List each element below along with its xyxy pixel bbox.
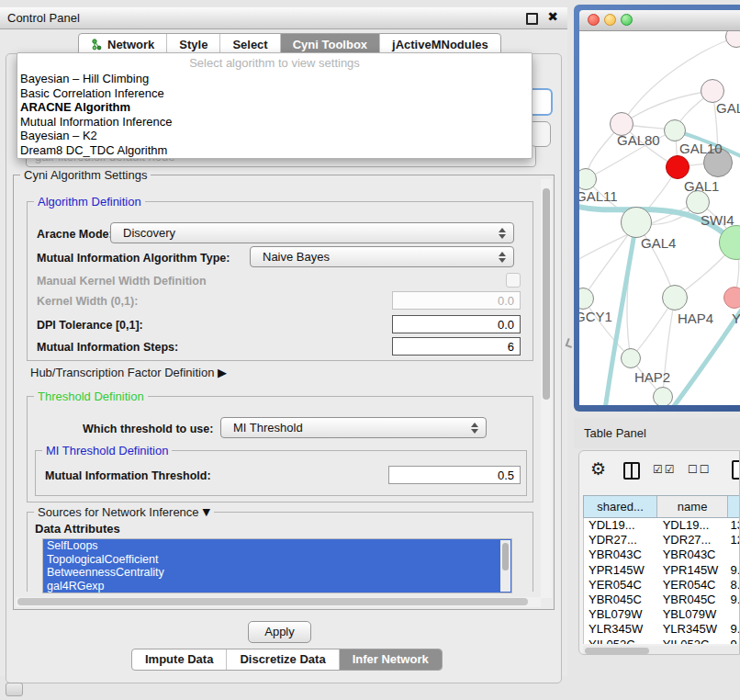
settings-vertical-scrollbar[interactable] (541, 179, 552, 598)
node-salmon-y[interactable] (723, 287, 740, 309)
cell-value: 9. (729, 593, 740, 607)
collapse-down-icon[interactable]: ▼ (203, 506, 210, 518)
network-canvas[interactable]: GAL80 GAL10 GAL1 GAL11 SWI4 GAL4 GCY1 HA… (579, 31, 740, 405)
threshold-definition-title: Threshold Definition (34, 390, 148, 403)
table-panel-header: Table Panel (574, 418, 740, 448)
close-icon[interactable]: ✖ (547, 9, 558, 24)
document-icon-partial[interactable] (732, 460, 740, 480)
settings-horizontal-scrollbar[interactable] (16, 597, 541, 607)
algorithm-definition-group: Algorithm Definition Aracne Mode: Discov… (27, 201, 533, 361)
hub-transcription-section-toggle[interactable]: Hub/Transcription Factor Definition ▶ (30, 366, 227, 379)
tab-impute-data[interactable]: Impute Data (132, 649, 226, 670)
tab-discretize-data[interactable]: Discretize Data (226, 649, 338, 670)
network-window-titlebar[interactable] (579, 10, 740, 31)
mi-threshold-field[interactable]: 0.5 (388, 466, 521, 484)
dpi-tolerance-field[interactable]: 0.0 (392, 315, 521, 333)
node-label-y-partial: Y (732, 310, 740, 326)
aracne-mode-combo[interactable]: Discovery (110, 222, 514, 243)
algorithm-option[interactable]: Bayesian – Hill Climbing (17, 72, 532, 86)
kernel-width-field[interactable]: 0.0 (392, 291, 521, 310)
table-row[interactable]: YER054C YER054C 8. (584, 578, 740, 593)
mi-steps-label: Mutual Information Steps: (37, 341, 178, 354)
mi-threshold-group-title: MI Threshold Definition (42, 444, 172, 457)
manual-kernel-width-label: Manual Kernel Width Definition (37, 275, 207, 288)
algorithm-option[interactable]: Basic Correlation Inference (17, 86, 532, 101)
scrollbar-thumb[interactable] (543, 188, 550, 400)
unchecked-pair-icon[interactable]: ☐☐ (688, 463, 712, 476)
control-panel-title: Control Panel (7, 11, 80, 25)
attribute-item-selected[interactable]: gal4RGexp (43, 580, 511, 593)
node-gal4[interactable] (621, 207, 652, 238)
manual-kernel-width-checkbox[interactable] (506, 273, 521, 288)
mi-steps-field[interactable]: 6 (392, 337, 521, 356)
cell-value: 9. (729, 563, 740, 578)
table-horizontal-scrollbar[interactable] (583, 646, 739, 655)
cell-shared: YPR145W (584, 563, 657, 578)
table-panel: ⚙ ☑☑ ☐☐ shared... name YDL19... YDL19...… (578, 450, 740, 655)
data-attributes-list: SelfLoops TopologicalCoefficient Between… (42, 538, 512, 593)
cell-value: 9 (729, 638, 740, 645)
algorithm-option-selected[interactable]: ARACNE Algorithm (17, 100, 532, 115)
minimize-traffic-light[interactable] (604, 14, 616, 26)
sources-title-text: Sources for Network Inference (38, 505, 199, 519)
mi-algorithm-type-label: Mutual Information Algorithm Type: (37, 252, 230, 265)
apply-button[interactable]: Apply (248, 621, 311, 643)
checked-pair-icon[interactable]: ☑☑ (653, 463, 677, 476)
panel-toggle-icon[interactable] (6, 683, 23, 696)
control-panel-titlebar: Control Panel ✖ (0, 7, 567, 29)
table-row[interactable]: YDR27... YDR27... 12 (584, 533, 740, 548)
cell-shared: YLR345W (584, 622, 657, 637)
node-hap4[interactable] (662, 285, 688, 310)
table-row[interactable]: YBL079W YBL079W (584, 607, 740, 622)
close-traffic-light[interactable] (588, 14, 600, 26)
hub-transcription-label: Hub/Transcription Factor Definition (30, 366, 214, 379)
column-header-partial[interactable] (727, 496, 740, 517)
node-gal1[interactable] (666, 155, 690, 179)
zoom-traffic-light[interactable] (621, 14, 633, 26)
control-panel: Control Panel ✖ Network Style Sel (0, 7, 567, 676)
mi-algorithm-type-combo[interactable]: Naive Bayes (250, 246, 514, 267)
panel-resize-handle[interactable] (566, 338, 575, 348)
split-columns-icon[interactable] (623, 462, 640, 480)
attribute-item-selected[interactable]: BetweennessCentrality (43, 566, 511, 580)
float-window-icon[interactable] (526, 13, 538, 25)
algorithm-option[interactable]: Dream8 DC_TDC Algorithm (17, 143, 532, 158)
node-hap2[interactable] (621, 348, 641, 368)
table-row[interactable]: YBR043C YBR043C (584, 548, 740, 562)
node-label-hap4: HAP4 (678, 310, 713, 326)
which-threshold-combo[interactable]: MI Threshold (220, 417, 487, 438)
attribute-item-selected[interactable]: SelfLoops (43, 539, 511, 553)
table-row[interactable]: YBR045C YBR045C 9. (584, 593, 740, 607)
scrollbar-thumb[interactable] (585, 648, 649, 654)
table-row[interactable]: YLR345W YLR345W 9. (584, 622, 740, 637)
network-icon (91, 39, 103, 51)
table-header-row: shared... name (583, 495, 740, 518)
cell-name: YBR045C (657, 593, 729, 607)
table-rows: YDL19... YDL19... 13 YDR27... YDR27... 1… (583, 518, 740, 644)
algorithm-option[interactable]: Bayesian – K2 (17, 129, 532, 143)
cell-value (729, 548, 740, 562)
table-row[interactable]: YIL052C YIL052C 9 (584, 638, 740, 645)
algorithm-option[interactable]: Mutual Information Inference (17, 115, 532, 130)
scrollbar-thumb[interactable] (17, 598, 528, 605)
node-gal10[interactable] (664, 119, 686, 141)
table-row[interactable]: YDL19... YDL19... 13 (584, 518, 740, 533)
cell-value: 9. (729, 622, 740, 637)
table-row[interactable]: YPR145W YPR145W 9. (584, 563, 740, 578)
attribute-list-scrollbar[interactable] (500, 540, 510, 592)
aracne-mode-label: Aracne Mode: (37, 228, 113, 241)
expand-right-icon: ▶ (218, 366, 227, 379)
cell-shared: YIL052C (584, 638, 657, 645)
node-label-gal11: GAL11 (579, 188, 618, 204)
column-header-shared[interactable]: shared... (584, 496, 656, 517)
column-header-name[interactable]: name (656, 496, 727, 517)
settings-group-title: Cyni Algorithm Settings (20, 168, 151, 182)
node-unlabeled-bottom[interactable] (653, 387, 673, 405)
cell-shared: YER054C (584, 578, 657, 593)
scrollbar-thumb[interactable] (502, 543, 509, 570)
cell-shared: YBR043C (584, 548, 657, 562)
gear-icon[interactable]: ⚙ (590, 458, 606, 479)
node-table: shared... name YDL19... YDL19... 13 YDR2… (583, 495, 740, 644)
attribute-item-selected[interactable]: TopologicalCoefficient (43, 553, 511, 567)
tab-infer-network[interactable]: Infer Network (339, 649, 442, 670)
